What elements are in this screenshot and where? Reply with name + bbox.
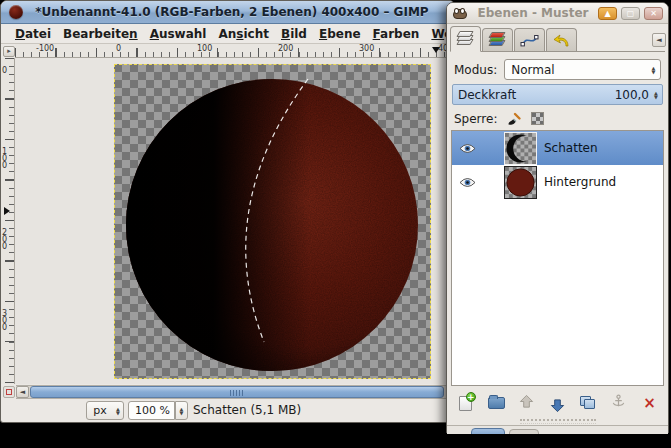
vruler-label: 0	[2, 67, 7, 74]
menu-datei[interactable]: Datei	[9, 25, 57, 43]
layers-toolbar: +×	[450, 390, 665, 416]
tab-undo-history[interactable]	[546, 28, 577, 51]
menu-ebene[interactable]: Ebene	[313, 25, 367, 43]
tab-menu-button[interactable]: ◄	[652, 33, 666, 47]
lock-alpha-icon[interactable]	[531, 112, 544, 125]
visibility-eye-icon[interactable]	[459, 143, 476, 154]
layers-dialog-title: Ebenen - Muster	[472, 6, 594, 20]
unit-value: px	[87, 404, 113, 417]
ruler-corner-menu-button[interactable]: ▸	[3, 46, 15, 57]
hruler-label: 200	[278, 44, 293, 53]
layer-thumbnail[interactable]	[504, 166, 537, 199]
menu-ansicht[interactable]: Ansicht	[212, 25, 275, 43]
sphere-artwork	[114, 64, 431, 379]
dialog-tabrow	[450, 26, 665, 52]
image-window-icon	[9, 5, 23, 19]
rollup-button[interactable]: ▲	[598, 7, 617, 20]
mode-spinner-icon: ▲▼	[650, 66, 660, 74]
horizontal-scrollbar[interactable]: ◄	[16, 385, 456, 399]
layers-tab-icon	[455, 31, 476, 47]
duplicate-layer-button[interactable]	[576, 392, 600, 414]
menu-bild[interactable]: Bild	[275, 25, 313, 43]
tab-layers[interactable]	[450, 26, 481, 52]
vruler-label: 300	[2, 310, 7, 331]
lock-label: Sperre:	[454, 112, 497, 126]
main-titlebar[interactable]: *Unbenannt-41.0 (RGB-Farben, 2 Ebenen) 4…	[1, 1, 455, 24]
status-message: Schatten (5,1 MB)	[193, 403, 301, 417]
layers-dialog: Ebenen - Muster ▲ ▢ ✕ ◄ Modus: Normal ▲▼…	[446, 2, 669, 433]
lower-dock-strip	[447, 425, 668, 434]
unit-combobox[interactable]: px ▲▼	[86, 401, 124, 420]
vruler-major-ticks	[5, 58, 14, 384]
lower-dock-tab[interactable]	[509, 429, 539, 434]
scrollbar-grip-icon	[230, 390, 244, 396]
lock-row: Sperre:	[454, 110, 544, 127]
lower-dock-active-tab[interactable]	[471, 428, 505, 434]
anchor-layer-button[interactable]	[607, 392, 631, 414]
vertical-ruler[interactable]: 0100200300	[1, 58, 15, 384]
layer-thumbnail[interactable]	[504, 132, 537, 165]
anchor-layer-icon	[611, 394, 626, 413]
quick-mask-toggle[interactable]	[3, 386, 15, 398]
layer-name: Hintergrund	[544, 175, 616, 189]
tab-channels[interactable]	[482, 28, 513, 51]
scroll-left-arrow-icon[interactable]: ◄	[16, 386, 29, 398]
unit-spinner-icon[interactable]: ▲▼	[113, 407, 123, 415]
channels-tab-icon	[487, 32, 508, 48]
new-layer-button[interactable]: +	[453, 392, 477, 414]
opacity-slider[interactable]: Deckkraft 100,0 ▲▼	[452, 84, 663, 105]
duplicate-layer-icon	[580, 396, 596, 410]
menu-farben[interactable]: Farben	[367, 25, 426, 43]
new-group-button[interactable]	[484, 392, 508, 414]
mode-value: Normal	[511, 63, 650, 77]
menubar: DateiBearbeitenAuswahlAnsichtBildEbeneFa…	[1, 24, 455, 44]
lock-paintbrush-icon[interactable]	[506, 111, 522, 126]
scrollbar-thumb[interactable]	[30, 386, 444, 398]
opacity-label: Deckkraft	[453, 88, 615, 102]
desktop: *Unbenannt-41.0 (RGB-Farben, 2 Ebenen) 4…	[0, 0, 671, 448]
new-group-icon	[488, 397, 505, 409]
mode-select[interactable]: Normal ▲▼	[504, 59, 661, 80]
opacity-spinner-icon[interactable]: ▲▼	[652, 91, 662, 99]
raise-layer-button[interactable]	[515, 392, 539, 414]
undo-history-tab-icon	[553, 33, 570, 47]
hruler-label: 0	[116, 44, 121, 53]
mode-label: Modus:	[454, 63, 497, 77]
layer-thumbnail-image	[505, 167, 536, 198]
canvas-image[interactable]	[114, 64, 431, 379]
raise-layer-icon	[519, 394, 534, 413]
menu-auswahl[interactable]: Auswahl	[144, 25, 213, 43]
hruler-major-ticks	[15, 48, 454, 57]
layer-list: SchattenHintergrund	[451, 130, 664, 386]
new-layer-icon: +	[459, 396, 472, 411]
zoom-spinner-icon[interactable]: ▲▼	[175, 401, 188, 420]
vruler-pointer-marker	[4, 207, 10, 215]
delete-layer-button[interactable]: ×	[638, 392, 662, 414]
maximize-button[interactable]: ▢	[621, 7, 640, 20]
close-button[interactable]: ✕	[644, 7, 663, 20]
hruler-label: -100	[36, 44, 54, 53]
tab-paths[interactable]	[514, 28, 545, 51]
main-window-title: *Unbenannt-41.0 (RGB-Farben, 2 Ebenen) 4…	[23, 5, 455, 19]
lower-layer-button[interactable]	[545, 392, 569, 414]
delete-layer-icon: ×	[643, 396, 656, 410]
gimp-image-window: *Unbenannt-41.0 (RGB-Farben, 2 Ebenen) 4…	[0, 0, 456, 423]
paths-tab-icon	[520, 33, 539, 48]
mode-row: Modus: Normal ▲▼	[454, 59, 661, 80]
dock-resize-grip[interactable]	[520, 419, 596, 424]
horizontal-ruler[interactable]: -1000100200300400	[15, 44, 454, 58]
lower-layer-icon	[550, 394, 565, 413]
vruler-label: 200	[2, 229, 7, 250]
layers-dialog-titlebar[interactable]: Ebenen - Muster ▲ ▢ ✕	[447, 3, 668, 24]
hruler-label: 100	[197, 44, 212, 53]
layer-row-hintergrund[interactable]: Hintergrund	[452, 165, 663, 199]
menu-bearbeiten[interactable]: Bearbeiten	[57, 25, 144, 43]
opacity-value: 100,0	[615, 88, 652, 102]
visibility-eye-icon[interactable]	[459, 177, 476, 188]
wilber-icon	[452, 7, 468, 20]
layer-row-schatten[interactable]: Schatten	[452, 131, 663, 165]
zoom-input[interactable]: 100 %	[128, 401, 175, 420]
canvas-viewport[interactable]	[15, 58, 456, 384]
hruler-label: 300	[359, 44, 374, 53]
statusbar: px ▲▼ 100 % ▲▼ Schatten (5,1 MB)	[1, 400, 455, 422]
